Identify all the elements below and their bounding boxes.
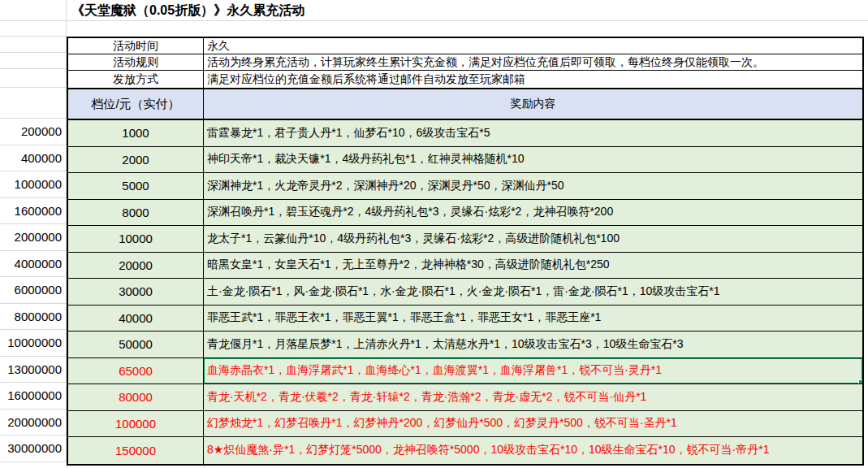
reward-cell[interactable]: 土·金龙·陨石*1，风·金龙·陨石*1，水·金龙·陨石*1，火·金龙·陨石*1，… bbox=[204, 279, 862, 305]
row-number-cell[interactable]: 20000000 bbox=[0, 410, 66, 436]
tier-cell[interactable]: 20000 bbox=[68, 253, 204, 279]
info-row: 活动时间 永久 bbox=[68, 38, 862, 54]
grid-hline bbox=[0, 20, 868, 21]
table-row: 30000土·金龙·陨石*1，风·金龙·陨石*1，水·金龙·陨石*1，火·金龙·… bbox=[68, 279, 862, 306]
table-row: 1500008★炽仙魔煞·异*1，幻梦灯笼*5000，龙神召唤符*5000，10… bbox=[68, 437, 862, 464]
sheet-title[interactable]: 《天堂魔狱（0.05折版）》永久累充活动 bbox=[71, 2, 304, 20]
tier-cell[interactable]: 65000 bbox=[68, 358, 204, 384]
reward-cell[interactable]: 暗黑女皇*1，女皇天石*1，无上至尊丹*2，龙神神格*30，高级进阶随机礼包*2… bbox=[204, 253, 862, 279]
tier-cell[interactable]: 5000 bbox=[68, 173, 204, 199]
table-row: 50000青龙偃月*1，月落星辰梦*1，上清赤火丹*1，太清慈水丹*1，10级攻… bbox=[68, 332, 862, 358]
tier-header-cell[interactable]: 档位/元（实付） bbox=[68, 89, 204, 119]
row-header-spacer[interactable] bbox=[0, 53, 66, 69]
reward-cell[interactable]: 青龙·天机*2，青龙·伏羲*2，青龙·轩辕*2，青龙·浩瀚*2，青龙·虚无*2，… bbox=[204, 384, 862, 410]
table-body: 1000雷霆暴龙*1，君子贵人丹*1，仙梦石*10，6级攻击宝石*52000神印… bbox=[68, 120, 862, 464]
activity-table: 活动时间 永久 活动规则 活动为终身累充活动，计算玩家终生累计实充金额，满足对应… bbox=[67, 37, 864, 466]
grid-vline bbox=[66, 0, 67, 37]
row-number-cell[interactable]: 400000 bbox=[0, 145, 66, 172]
reward-cell[interactable]: 罪恶王武*1，罪恶王衣*1，罪恶王翼*1，罪恶王盒*1，罪恶王女*1，罪恶王座*… bbox=[204, 306, 862, 332]
reward-header-cell[interactable]: 奖励内容 bbox=[204, 89, 862, 119]
grid-vline bbox=[204, 465, 205, 468]
table-row: 40000罪恶王武*1，罪恶王衣*1，罪恶王翼*1，罪恶王盒*1，罪恶王女*1，… bbox=[68, 306, 862, 332]
row-number-cell[interactable]: 4000000 bbox=[0, 251, 66, 278]
info-row-label[interactable]: 活动时间 bbox=[68, 38, 204, 54]
table-row: 65000血海赤晶衣*1，血海浮屠武*1，血海绛心*1，血海渡翼*1，血海浮屠兽… bbox=[68, 358, 862, 385]
row-number-cell[interactable]: 1600000 bbox=[0, 198, 66, 225]
reward-cell-selected[interactable]: 血海赤晶衣*1，血海浮屠武*1，血海绛心*1，血海渡翼*1，血海浮屠兽*1，锐不… bbox=[204, 358, 862, 384]
table-row: 80000青龙·天机*2，青龙·伏羲*2，青龙·轩辕*2，青龙·浩瀚*2，青龙·… bbox=[68, 384, 862, 411]
tier-cell[interactable]: 10000 bbox=[68, 226, 204, 252]
table-row: 5000深渊神龙*1，火龙帝灵丹*2，深渊神丹*20，深渊灵丹*50，深渊仙丹*… bbox=[68, 173, 862, 200]
reward-cell[interactable]: 神印天帝*1，裁决天镰*1，4级丹药礼包*1，红神灵神格随机*10 bbox=[204, 147, 862, 173]
info-row-value[interactable]: 永久 bbox=[204, 38, 862, 54]
row-header-spacer[interactable] bbox=[0, 88, 66, 119]
row-number-cell[interactable]: 8000000 bbox=[0, 304, 66, 331]
row-number-cell[interactable]: 2000000 bbox=[0, 224, 66, 251]
reward-cell[interactable]: 深渊神龙*1，火龙帝灵丹*2，深渊神丹*20，深渊灵丹*50，深渊仙丹*50 bbox=[204, 173, 862, 199]
row-header-spacer[interactable] bbox=[0, 37, 66, 53]
info-row: 发放方式 满足对应档位的充值金额后系统将通过邮件自动发放至玩家邮箱 bbox=[68, 71, 862, 89]
row-number-cell[interactable]: 16000000 bbox=[0, 383, 66, 410]
tier-cell[interactable]: 100000 bbox=[68, 411, 204, 437]
reward-cell[interactable]: 深渊召唤丹*1，碧玉还魂丹*2，4级丹药礼包*3，灵缘石·炫彩*2，龙神召唤符*… bbox=[204, 200, 862, 226]
row-header-spacer[interactable] bbox=[0, 69, 66, 88]
table-row: 100000幻梦烛龙*1，幻梦召唤丹*1，幻梦神丹*200，幻梦仙丹*500，幻… bbox=[68, 411, 862, 438]
info-row-value[interactable]: 满足对应档位的充值金额后系统将通过邮件自动发放至玩家邮箱 bbox=[204, 71, 862, 88]
row-number-cell[interactable]: 10000000 bbox=[0, 330, 66, 357]
spreadsheet: 《天堂魔狱（0.05折版）》永久累充活动 2000004000001000000… bbox=[0, 0, 868, 468]
tier-cell[interactable]: 30000 bbox=[68, 279, 204, 305]
tier-cell[interactable]: 40000 bbox=[68, 306, 204, 332]
row-header-column: 2000004000001000000160000020000004000000… bbox=[0, 37, 67, 462]
table-row: 8000深渊召唤丹*1，碧玉还魂丹*2，4级丹药礼包*3，灵缘石·炫彩*2，龙神… bbox=[68, 200, 862, 227]
info-row-label[interactable]: 活动规则 bbox=[68, 54, 204, 70]
reward-cell[interactable]: 8★炽仙魔煞·异*1，幻梦灯笼*5000，龙神召唤符*5000，10级攻击宝石*… bbox=[204, 437, 862, 464]
table-header-row: 档位/元（实付） 奖励内容 bbox=[68, 89, 862, 120]
reward-cell[interactable]: 青龙偃月*1，月落星辰梦*1，上清赤火丹*1，太清慈水丹*1，10级攻击宝石*3… bbox=[204, 332, 862, 358]
tier-cell[interactable]: 150000 bbox=[68, 437, 204, 464]
reward-cell[interactable]: 雷霆暴龙*1，君子贵人丹*1，仙梦石*10，6级攻击宝石*5 bbox=[204, 120, 862, 146]
reward-cell[interactable]: 幻梦烛龙*1，幻梦召唤丹*1，幻梦神丹*200，幻梦仙丹*500，幻梦灵丹*50… bbox=[204, 411, 862, 437]
info-row-label[interactable]: 发放方式 bbox=[68, 71, 204, 88]
tier-cell[interactable]: 8000 bbox=[68, 200, 204, 226]
row-number-cell[interactable]: 13000000 bbox=[0, 357, 66, 384]
row-number-cell[interactable]: 30000000 bbox=[0, 436, 66, 462]
info-row-value[interactable]: 活动为终身累充活动，计算玩家终生累计实充金额，满足对应档位充值后即可领取，每档位… bbox=[204, 54, 862, 70]
table-row: 10000龙太子*1，云篆仙丹*10，4级丹药礼包*3，灵缘石·炫彩*2，高级进… bbox=[68, 226, 862, 253]
tier-cell[interactable]: 80000 bbox=[68, 384, 204, 410]
table-row: 2000神印天帝*1，裁决天镰*1，4级丹药礼包*1，红神灵神格随机*10 bbox=[68, 147, 862, 174]
reward-cell[interactable]: 龙太子*1，云篆仙丹*10，4级丹药礼包*3，灵缘石·炫彩*2，高级进阶随机礼包… bbox=[204, 226, 862, 252]
tier-cell[interactable]: 50000 bbox=[68, 332, 204, 358]
tier-cell[interactable]: 1000 bbox=[68, 120, 204, 146]
row-number-cell[interactable]: 1000000 bbox=[0, 171, 66, 198]
info-row: 活动规则 活动为终身累充活动，计算玩家终生累计实充金额，满足对应档位充值后即可领… bbox=[68, 54, 862, 71]
row-number-cell[interactable]: 200000 bbox=[0, 119, 66, 145]
grid-vline bbox=[66, 465, 67, 468]
row-number-cell[interactable]: 6000000 bbox=[0, 277, 66, 304]
tier-cell[interactable]: 2000 bbox=[68, 147, 204, 173]
table-row: 20000暗黑女皇*1，女皇天石*1，无上至尊丹*2，龙神神格*30，高级进阶随… bbox=[68, 253, 862, 280]
table-row: 1000雷霆暴龙*1，君子贵人丹*1，仙梦石*10，6级攻击宝石*5 bbox=[68, 120, 862, 147]
